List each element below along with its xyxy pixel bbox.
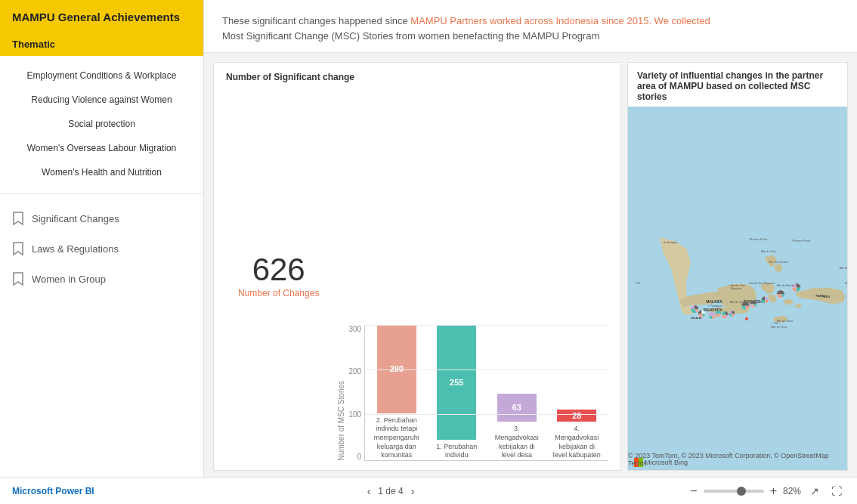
map-attribution: © 2023 TomTom, © 2023 Microsoft Corporat… xyxy=(628,452,841,467)
sidebar-divider xyxy=(0,193,203,194)
main-area: MAMPU General Achievements Thematic Empl… xyxy=(0,0,857,477)
bar-label-1: 2. Perubahan individu tetapi mempengaruh… xyxy=(371,416,422,460)
header-text-1: These significant changes happened since xyxy=(222,15,410,26)
bar-group-1[interactable]: 280 2. Perubahan individu tetapi mempeng… xyxy=(371,325,422,460)
svg-text:MALASIA: MALASIA xyxy=(707,300,723,304)
map-svg: MALASIA • Putrajaya INGAPURA INDONÉSIA P… xyxy=(628,107,847,470)
svg-text:• Bandar Seri: • Bandar Seri xyxy=(729,284,746,287)
bookmark-icon-1 xyxy=(12,211,24,226)
bar-label-3: 3. Mengadvokasi kebijakan di level desa xyxy=(491,425,542,460)
bar-3: 63 xyxy=(497,394,537,422)
header-highlight: MAMPU Partners worked across Indonesia s… xyxy=(410,15,710,26)
zoom-slider[interactable] xyxy=(704,490,764,493)
svg-point-26 xyxy=(745,317,748,320)
app-container: MAMPU General Achievements Thematic Empl… xyxy=(0,0,857,504)
power-bi-link[interactable]: Microsoft Power BI xyxy=(12,486,94,496)
svg-text:Mar de Banda: Mar de Banda xyxy=(777,284,794,287)
fullscreen-icon[interactable]: ⛶ xyxy=(828,485,845,497)
page-info: 1 de 4 xyxy=(378,486,403,496)
bar-group-2[interactable]: 255 1. Perubahan individu xyxy=(432,325,482,460)
bar-4: 28 xyxy=(557,410,596,422)
bar-label-2: 1. Perubahan individu xyxy=(432,443,482,460)
y-tick-0: 0 xyxy=(357,453,362,461)
svg-text:Mar do Timor: Mar do Timor xyxy=(772,326,788,329)
bookmark-icon-2 xyxy=(12,241,24,256)
svg-text:Begawan: Begawan xyxy=(731,287,742,290)
zoom-in-button[interactable]: + xyxy=(767,484,780,498)
zoom-level: 82% xyxy=(783,486,801,496)
page-navigation: ‹ 1 de 4 › xyxy=(367,485,415,497)
total-number: 626 xyxy=(252,252,305,288)
svg-text:Phnom Penh: Phnom Penh xyxy=(750,237,769,241)
next-page-button[interactable]: › xyxy=(411,485,415,497)
sidebar-item-women-group[interactable]: Women in Group xyxy=(0,264,203,294)
svg-text:• Putrajaya: • Putrajaya xyxy=(708,305,722,308)
sidebar-nav: Employment Conditions & Workplace Reduci… xyxy=(0,57,203,477)
y-tick-200: 200 xyxy=(348,367,361,376)
svg-text:Mar de Timor: Mar de Timor xyxy=(777,320,794,323)
big-number-area: 626 Number of Changes xyxy=(226,88,331,461)
svg-text:Jacarta: Jacarta xyxy=(691,316,702,320)
y-axis-label: Number of MSC Stories xyxy=(337,381,345,461)
bar-chart-title: Number of Significant change xyxy=(226,72,608,82)
bar-2: 255 xyxy=(437,325,476,440)
zoom-out-button[interactable]: − xyxy=(687,484,700,498)
y-tick-100: 100 xyxy=(348,410,361,419)
sidebar-header: MAMPU General Achievements xyxy=(0,0,203,34)
zoom-control: − + 82% xyxy=(687,484,801,498)
bookmark-icon-3 xyxy=(12,271,24,286)
bottom-right-controls: − + 82% ↗ ⛶ xyxy=(687,484,845,498)
svg-text:Mar de Java: Mar de Java xyxy=(730,301,745,304)
laws-regulations-label: Laws & Regulations xyxy=(32,243,119,255)
svg-text:Mar de Sulu: Mar de Sulu xyxy=(761,250,775,253)
map-panel: Variety of influential changes in the pa… xyxy=(627,62,848,471)
bar-group-3[interactable]: 63 3. Mengadvokasi kebijakan di level de… xyxy=(491,325,542,460)
header-description: These significant changes happened since… xyxy=(222,14,839,43)
sidebar: MAMPU General Achievements Thematic Empl… xyxy=(0,0,204,477)
content-header: These significant changes happened since… xyxy=(204,0,857,53)
sidebar-item-health[interactable]: Women's Health and Nutrition xyxy=(0,160,203,184)
header-text-2: Most Significant Change (MSC) Stories fr… xyxy=(222,30,599,42)
svg-text:de Bengala: de Bengala xyxy=(664,241,677,244)
svg-point-2 xyxy=(795,304,801,308)
svg-text:CA: CA xyxy=(636,282,640,285)
bar-label-4: 4. Mengadvokasi kebijakan di level kabup… xyxy=(552,425,602,460)
total-label: Number of Changes xyxy=(238,288,319,298)
sidebar-item-employment[interactable]: Employment Conditions & Workplace xyxy=(0,63,203,88)
prev-page-button[interactable]: ‹ xyxy=(367,485,371,497)
bar-chart-panel: Number of Significant change 626 Number … xyxy=(213,62,621,471)
y-tick-300: 300 xyxy=(348,325,361,333)
bar-group-4[interactable]: 28 4. Mengadvokasi kebijakan di level ka… xyxy=(552,325,602,460)
sidebar-item-violence[interactable]: Reducing Violence against Women xyxy=(0,88,203,112)
sidebar-item-social[interactable]: Social protection xyxy=(0,112,203,136)
charts-row: Number of Significant change 626 Number … xyxy=(204,53,857,477)
sidebar-title: MAMPU General Achievements xyxy=(12,11,191,23)
zoom-thumb xyxy=(737,487,746,496)
svg-text:Banda Seri Begawan: Banda Seri Begawan xyxy=(750,282,775,285)
svg-point-1 xyxy=(784,299,793,305)
share-icon[interactable]: ↗ xyxy=(807,485,822,497)
sidebar-item-laws-regulations[interactable]: Laws & Regulations xyxy=(0,233,203,264)
thematic-label: Thematic xyxy=(0,34,203,56)
map-title: Variety of influential changes in the pa… xyxy=(628,63,847,107)
svg-text:Mar de Celebes: Mar de Celebes xyxy=(769,261,788,264)
sidebar-item-labour[interactable]: Women's Overseas Labour Migration xyxy=(0,136,203,160)
svg-text:PAPU: PAPU xyxy=(821,295,830,298)
svg-text:Mar de Banda: Mar de Banda xyxy=(845,282,847,285)
women-group-label: Women in Group xyxy=(32,274,106,285)
map-container[interactable]: MALASIA • Putrajaya INGAPURA INDONÉSIA P… xyxy=(628,107,847,470)
significant-changes-label: Significant Changes xyxy=(32,213,119,224)
svg-text:• Dili: • Dili xyxy=(773,322,778,325)
sidebar-item-significant-changes[interactable]: Significant Changes xyxy=(0,203,203,233)
svg-text:Mar de Celebes: Mar de Celebes xyxy=(840,267,847,270)
bottom-bar: Microsoft Power BI ‹ 1 de 4 › − + 82% ↗ … xyxy=(0,477,857,504)
main-content: These significant changes happened since… xyxy=(204,0,857,477)
svg-text:Phnom Penh: Phnom Penh xyxy=(793,239,812,243)
